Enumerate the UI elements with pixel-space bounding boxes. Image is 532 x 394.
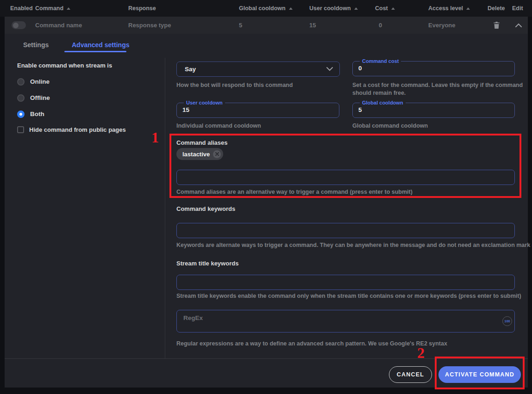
column-header-command[interactable]: Command <box>35 0 70 17</box>
chevron-up-icon <box>515 23 522 27</box>
row-command-name: Command name <box>35 17 82 34</box>
enabled-toggle[interactable] <box>12 21 26 29</box>
column-header-access-level-label: Access level <box>428 5 463 12</box>
radio-online-label: Online <box>30 78 50 85</box>
commands-page: Enabled Command Response Global cooldown… <box>0 0 532 394</box>
user-cooldown-input[interactable] <box>182 106 326 113</box>
sort-asc-icon <box>67 7 70 10</box>
global-cooldown-label: Global cooldown <box>360 100 406 105</box>
regex-input[interactable] <box>176 310 515 332</box>
toggle-knob <box>13 23 19 28</box>
column-header-delete: Delete <box>488 0 505 17</box>
user-cooldown-label: User cooldown <box>184 100 225 105</box>
chevron-down-icon <box>326 67 333 71</box>
column-header-user-cooldown[interactable]: User cooldown <box>309 0 358 17</box>
alias-chip-remove-button[interactable] <box>213 150 221 158</box>
column-header-cost[interactable]: Cost <box>375 0 395 17</box>
cancel-button[interactable]: CANCEL <box>389 366 432 383</box>
collapse-command-button[interactable] <box>513 17 524 34</box>
response-type-value: Say <box>185 66 196 73</box>
row-user-cooldown: 15 <box>309 17 316 34</box>
hide-command-checkbox[interactable] <box>17 126 24 133</box>
column-header-global-cooldown-label: Global cooldown <box>239 5 286 12</box>
title-keywords-input[interactable] <box>176 275 515 290</box>
stream-state-label: Enable command when stream is <box>17 62 112 69</box>
radio-offline[interactable]: Offline <box>17 94 50 102</box>
keywords-helper: Keywords are alternate ways to trigger a… <box>176 241 532 249</box>
row-global-cooldown: 5 <box>239 17 242 34</box>
keywords-input[interactable] <box>176 223 515 238</box>
commands-table-header: Enabled Command Response Global cooldown… <box>0 0 532 17</box>
radio-online-control[interactable] <box>17 78 25 86</box>
radio-both-control[interactable] <box>17 111 25 118</box>
column-header-enabled: Enabled <box>10 0 33 17</box>
command-keywords-label: Command keywords <box>176 205 235 212</box>
sort-asc-icon <box>354 7 358 10</box>
column-header-response: Response <box>128 0 156 17</box>
radio-both[interactable]: Both <box>17 110 44 118</box>
column-header-edit: Edit <box>512 0 523 17</box>
response-type-select[interactable]: Say <box>176 62 340 77</box>
radio-offline-label: Offline <box>30 94 50 101</box>
active-tab-indicator <box>64 51 126 52</box>
command-settings-panel: Settings Advanced settings Enable comman… <box>5 34 528 388</box>
row-cost: 0 <box>379 17 382 34</box>
global-cooldown-field: Global cooldown <box>352 100 515 118</box>
alias-chip: lastactive <box>176 148 223 160</box>
command-row: Command name Response type 5 15 0 Everyo… <box>5 17 528 34</box>
radio-offline-control[interactable] <box>17 94 25 102</box>
radio-both-label: Both <box>30 111 44 117</box>
regex-helper: Regular expressions are a way to define … <box>176 340 447 348</box>
hide-command-checkbox-row[interactable]: Hide command from public pages <box>17 126 126 133</box>
activate-command-button[interactable]: ACTIVATE COMMAND <box>438 366 521 383</box>
regex-length-badge: 100 <box>502 316 512 326</box>
alias-chip-label: lastactive <box>182 151 210 158</box>
global-cooldown-input[interactable] <box>358 106 502 113</box>
column-header-command-label: Command <box>35 5 63 12</box>
title-keywords-label: Stream title keywords <box>176 260 238 267</box>
alias-input[interactable] <box>176 170 515 185</box>
row-access-level: Everyone <box>428 17 456 34</box>
title-keywords-helper: Stream title keywords enable the command… <box>176 292 521 300</box>
response-type-helper: How the bot will respond to this command <box>176 81 293 89</box>
command-cost-label: Command cost <box>360 59 401 64</box>
user-cooldown-field: User cooldown <box>176 100 339 118</box>
sort-asc-icon <box>466 7 470 10</box>
column-header-global-cooldown[interactable]: Global cooldown <box>239 0 293 17</box>
row-response-type: Response type <box>128 17 171 34</box>
global-cooldown-helper: Global command cooldown <box>352 122 428 130</box>
tab-advanced-settings[interactable]: Advanced settings <box>72 40 129 50</box>
delete-command-button[interactable] <box>491 17 502 34</box>
column-header-cost-label: Cost <box>375 5 388 12</box>
alias-helper: Command aliases are an alternative way t… <box>176 188 413 196</box>
hide-command-label: Hide command from public pages <box>29 126 126 133</box>
radio-online[interactable]: Online <box>17 78 50 86</box>
trash-icon <box>493 21 500 29</box>
close-icon <box>215 152 219 156</box>
column-header-user-cooldown-label: User cooldown <box>309 5 351 12</box>
sort-asc-icon <box>391 7 395 10</box>
footer-divider <box>5 358 528 359</box>
command-cost-helper: Set a cost for the command. Leave this e… <box>352 81 525 97</box>
tab-settings[interactable]: Settings <box>23 40 49 50</box>
command-aliases-label: Command aliases <box>176 139 228 146</box>
command-cost-input[interactable] <box>358 65 502 72</box>
column-header-access-level[interactable]: Access level <box>428 0 470 17</box>
user-cooldown-helper: Individual command cooldown <box>176 122 261 130</box>
sort-asc-icon <box>289 7 293 10</box>
panel-divider <box>165 58 165 358</box>
command-cost-field: Command cost <box>352 59 515 76</box>
